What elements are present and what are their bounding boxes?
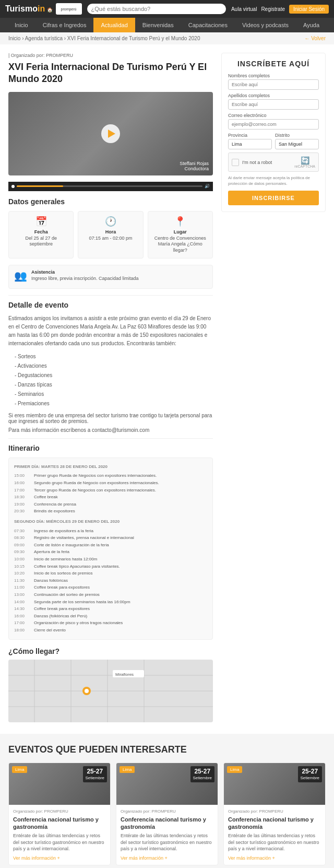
evento-desc-2: Entérate de las últimas tendencias y ret… — [121, 832, 213, 852]
evento-date-num-2: 25-27 — [193, 768, 212, 776]
lugar-value: Centro de Convenciones María Angela ¿Cóm… — [153, 236, 207, 254]
itinerario-row: 19:00Conferencia de prensa — [14, 501, 207, 508]
video-progress-bar[interactable] — [17, 185, 202, 187]
nav-actualidad[interactable]: Actualidad — [93, 18, 135, 32]
evento-img-1: Lima 25-27 Setiembre — [9, 763, 110, 805]
video-controls[interactable]: 🔊 — [8, 182, 213, 191]
lugar-label: Lugar — [153, 229, 207, 234]
itinerario-row: 18:00Cierre del evento — [14, 627, 207, 634]
provincia-select[interactable]: Lima — [228, 139, 272, 149]
evento-org-3: Organizado por: PROMPERU — [228, 809, 321, 814]
partner-logo: promperú — [56, 3, 82, 15]
main-container: | Organizado por: PROMPERU XVI Feria Int… — [0, 44, 334, 734]
nav-bienvenidas[interactable]: Bienvenidas — [135, 18, 181, 32]
form-name-row: Nombres completos — [228, 73, 319, 90]
evento-card-1: Lima 25-27 Setiembre Organizado por: PRO… — [8, 763, 111, 865]
datos-grid: 📅 Fecha Del 25 al 27 de septiembre 🕐 Hor… — [8, 211, 213, 259]
dato-asistencia: 👥 Asistencia Ingreso libre, previa inscr… — [8, 265, 213, 289]
datos-title: Datos generales — [8, 197, 213, 206]
back-link[interactable]: ← Volver — [304, 36, 326, 41]
nav-ayuda[interactable]: Ayuda — [296, 18, 327, 32]
nombres-label: Nombres completos — [228, 73, 319, 78]
evento-link-1[interactable]: Ver más información + — [13, 855, 106, 861]
search-input[interactable] — [87, 4, 226, 14]
evento-name-2: Conferencia nacional turismo y gastronom… — [121, 816, 213, 831]
evento-date-1: 25-27 Setiembre — [83, 766, 107, 783]
distrito-field: Distrito San Miguel — [275, 133, 319, 149]
evento-link-2[interactable]: Ver más información + — [121, 855, 213, 861]
itinerario-row: 17:00Tercer grupo Rueda de Negocios con … — [14, 487, 207, 494]
logo[interactable]: Turismoin 🏠 — [5, 4, 53, 14]
itinerario-row: 11:30Danzas folklóricas — [14, 577, 207, 584]
list-item: - Activaciones — [15, 361, 213, 371]
evento-date-month-3: Setiembre — [301, 776, 319, 781]
list-item: - Premiaciones — [15, 399, 213, 408]
itinerario-row: 14:30Coffee break para expositores — [14, 605, 207, 613]
itinerario-row: 09:30Apertura de la feria — [14, 548, 207, 556]
evento-org-2: Organizado por: PROMPERU — [121, 809, 213, 814]
evento-body-3: Organizado por: PROMPERU Conferencia nac… — [224, 805, 325, 865]
nav-cifras[interactable]: Cifras e Ingredos — [35, 18, 94, 32]
asistencia-label: Asistencia — [31, 269, 139, 275]
eventos-title: EVENTOS QUE PUEDEN INTERESARTE — [8, 744, 326, 755]
email-input[interactable] — [228, 119, 319, 130]
event-video[interactable]: Steffani Rojas Conductora — [8, 92, 213, 175]
evento-badge-2: Lima — [120, 766, 135, 773]
breadcrumb-inicio[interactable]: Inicio — [8, 36, 20, 41]
itinerario-day2: SEGUNDO DÍA: MIÉRCOLES 29 DE ENERO DEL 2… — [14, 518, 207, 525]
nombres-input[interactable] — [228, 79, 319, 90]
header-logo: Turismoin 🏠 promperú — [5, 3, 82, 15]
evento-name-1: Conferencia nacional turismo y gastronom… — [13, 816, 106, 831]
aula-virtual-link[interactable]: Aula virtual — [231, 6, 257, 12]
evento-badge-1: Lima — [12, 766, 27, 773]
play-icon — [108, 130, 115, 138]
calendar-icon: 📅 — [14, 216, 68, 227]
captcha-box[interactable]: I'm not a robot 🔄 reCAPTCHA — [228, 153, 319, 172]
itinerario-title: Itinerario — [8, 444, 213, 452]
evento-link-3[interactable]: Ver más información + — [228, 855, 321, 861]
nav-inicio[interactable]: Inicio — [7, 18, 35, 32]
evento-desc-1: Entérate de las últimas tendencias y ret… — [13, 832, 106, 852]
detalle-list: - Sorteos - Activaciones - Degustaciones… — [8, 352, 213, 408]
main-nav: Inicio Cifras e Ingredos Actualidad Bien… — [0, 18, 334, 32]
distrito-select[interactable]: San Miguel — [275, 139, 319, 149]
evento-badge-3: Lima — [227, 766, 242, 773]
caption-role: Conductora — [180, 166, 209, 171]
nombres-field: Nombres completos — [228, 73, 319, 90]
evento-card-2: Lima 25-27 Setiembre Organizado por: PRO… — [116, 763, 218, 865]
evento-date-month-1: Setiembre — [86, 776, 104, 781]
datos-asistencia: 👥 Asistencia Ingreso libre, previa inscr… — [8, 265, 213, 289]
evento-date-month-2: Setiembre — [193, 776, 212, 781]
form-location-row: Provincia Lima Distrito San Miguel — [228, 133, 319, 149]
dato-lugar: 📍 Lugar Centro de Convenciones María Ang… — [148, 211, 213, 259]
nav-videos[interactable]: Videos y podcasts — [235, 18, 296, 32]
breadcrumb-agenda[interactable]: Agenda turística — [25, 36, 63, 41]
detalle-note1: Si eres miembro de una empresa del secto… — [8, 413, 213, 424]
list-item: - Seminarios — [15, 390, 213, 399]
login-button[interactable]: Iniciar Sesión — [289, 5, 329, 14]
itinerario-day1: PRIMER DÍA: MARTES 28 DE ENERO DEL 2020 — [14, 463, 207, 471]
play-button[interactable] — [101, 124, 120, 143]
evento-date-num-3: 25-27 — [301, 768, 319, 776]
register-link[interactable]: Registrate — [261, 6, 285, 12]
dato-hora: 🕐 Hora 07:15 am - 02:00 pm — [78, 211, 143, 259]
itinerario-row: 09:00Corte de listón e inauguración de l… — [14, 542, 207, 549]
event-map[interactable]: Miraflores — [8, 660, 213, 722]
video-caption: Steffani Rojas Conductora — [180, 161, 209, 171]
apellidos-field: Apellidos completos — [228, 93, 319, 110]
evento-img-2: Lima 25-27 Setiembre — [116, 763, 218, 805]
captcha-checkbox[interactable] — [232, 159, 239, 166]
submit-button[interactable]: INSCRIBIRSE — [228, 191, 319, 205]
form-title: INSCRÍBETE AQUÍ — [228, 60, 319, 68]
como-llegar-title: ¿Cómo llegar? — [8, 647, 213, 655]
evento-body-1: Organizado por: PROMPERU Conferencia nac… — [9, 805, 110, 865]
itinerario-row: 10:20Inicio de los sorteos de premios — [14, 570, 207, 577]
fecha-value: Del 25 al 27 de septiembre — [14, 236, 68, 248]
evento-date-2: 25-27 Setiembre — [190, 766, 214, 783]
list-item: - Degustaciones — [15, 371, 213, 380]
evento-org-1: Organizado por: PROMPERU — [13, 809, 106, 814]
search-bar[interactable] — [87, 4, 226, 14]
nav-capacitaciones[interactable]: Capacitaciones — [181, 18, 235, 32]
itinerario-row: 10:15Coffee break típico Apacuriaso para… — [14, 563, 207, 570]
apellidos-input[interactable] — [228, 99, 319, 110]
